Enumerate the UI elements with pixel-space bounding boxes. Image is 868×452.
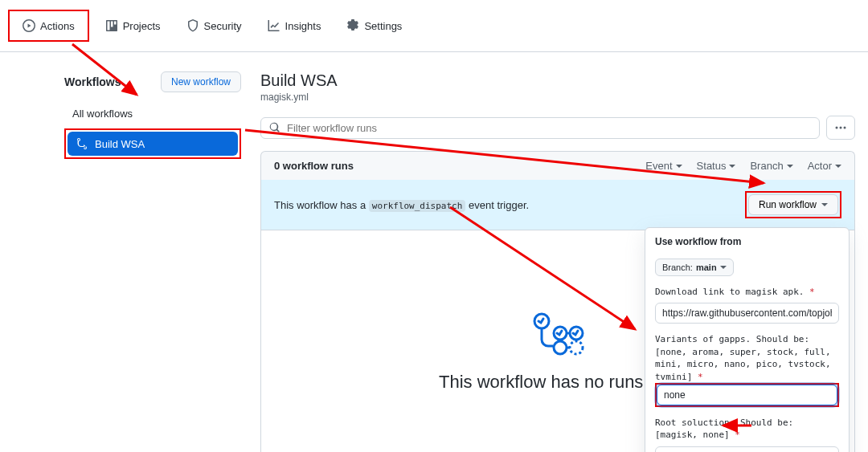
annotation-box: Actions bbox=[8, 10, 89, 42]
gapps-variant-input[interactable] bbox=[657, 385, 837, 405]
workflow-title: Build WSA bbox=[260, 71, 855, 90]
svg-point-6 bbox=[554, 341, 567, 354]
runs-list-header: 0 workflow runs Event Status Branch Acto… bbox=[260, 151, 855, 180]
filter-runs-input[interactable] bbox=[287, 122, 811, 134]
tab-label: Security bbox=[204, 20, 242, 32]
tab-projects[interactable]: Projects bbox=[96, 13, 170, 39]
play-circle-icon bbox=[23, 19, 35, 32]
tab-label: Insights bbox=[285, 20, 321, 32]
shield-icon bbox=[186, 19, 199, 32]
svg-point-7 bbox=[570, 341, 583, 354]
chevron-down-icon bbox=[676, 165, 682, 168]
field-label-root-solution: Root soluction. Should be: [magisk, none… bbox=[655, 417, 839, 442]
new-workflow-button[interactable]: New workflow bbox=[161, 71, 241, 92]
sidebar-item-label: Build WSA bbox=[95, 138, 145, 150]
annotation-box: Build WSA bbox=[64, 128, 241, 159]
workflow-file: magisk.yml bbox=[260, 92, 855, 103]
tab-actions[interactable]: Actions bbox=[13, 13, 84, 39]
root-solution-input[interactable] bbox=[655, 446, 839, 452]
svg-point-0 bbox=[836, 127, 838, 129]
filter-status[interactable]: Status bbox=[697, 160, 736, 172]
workflow-icon bbox=[76, 137, 88, 150]
kebab-icon bbox=[834, 121, 847, 134]
chevron-down-icon bbox=[720, 266, 727, 269]
workflow-main: Build WSA magisk.yml 0 workflow runs Eve… bbox=[260, 71, 855, 452]
tab-settings[interactable]: Settings bbox=[337, 13, 411, 39]
more-options-button[interactable] bbox=[826, 116, 855, 140]
graph-icon bbox=[268, 19, 280, 32]
tab-security[interactable]: Security bbox=[177, 13, 252, 39]
filter-event[interactable]: Event bbox=[645, 160, 682, 172]
gear-icon bbox=[346, 19, 359, 32]
filter-actor[interactable]: Actor bbox=[808, 160, 841, 172]
banner-text: This workflow has a workflow_dispatch ev… bbox=[274, 199, 529, 211]
repo-tabs: Actions Projects Security Insights Setti… bbox=[0, 0, 868, 52]
sidebar-title: Workflows bbox=[64, 75, 121, 88]
sidebar-item-build-wsa[interactable]: Build WSA bbox=[68, 132, 238, 156]
workflow-placeholder-icon bbox=[530, 309, 586, 357]
field-label-gapps-variant: Variants of gapps. Should be: [none, aro… bbox=[655, 333, 839, 383]
panel-heading: Use workflow from bbox=[655, 236, 839, 247]
tab-label: Settings bbox=[364, 20, 402, 32]
svg-point-2 bbox=[844, 127, 846, 129]
field-label-download-link: Download link to magisk apk. * bbox=[655, 286, 839, 298]
run-workflow-panel: Use workflow from Branch: main Download … bbox=[645, 227, 850, 452]
chevron-down-icon bbox=[835, 165, 841, 168]
projects-icon bbox=[105, 19, 118, 32]
workflows-sidebar: Workflows New workflow All workflows Bui… bbox=[64, 71, 241, 452]
branch-selector[interactable]: Branch: main bbox=[655, 259, 734, 276]
search-icon bbox=[269, 122, 280, 133]
annotation-box: Run workflow bbox=[745, 191, 841, 218]
runs-empty-state: This workflow has no runs yet. Use workf… bbox=[260, 230, 855, 452]
tab-insights[interactable]: Insights bbox=[258, 13, 331, 39]
tab-label: Actions bbox=[40, 20, 75, 32]
chevron-down-icon bbox=[821, 203, 828, 206]
svg-point-1 bbox=[840, 127, 842, 129]
annotation-box bbox=[655, 383, 839, 407]
filter-branch[interactable]: Branch bbox=[750, 160, 792, 172]
chevron-down-icon bbox=[787, 165, 793, 168]
filter-runs-input-wrap[interactable] bbox=[260, 117, 820, 139]
tab-label: Projects bbox=[123, 20, 161, 32]
workflow-dispatch-banner: This workflow has a workflow_dispatch ev… bbox=[260, 180, 855, 230]
run-workflow-dropdown-button[interactable]: Run workflow bbox=[748, 194, 838, 215]
sidebar-item-all-workflows[interactable]: All workflows bbox=[64, 102, 241, 125]
download-link-input[interactable] bbox=[655, 303, 839, 324]
chevron-down-icon bbox=[729, 165, 735, 168]
runs-count: 0 workflow runs bbox=[274, 160, 354, 172]
empty-state-text: This workflow has no runs yet. bbox=[439, 372, 677, 393]
